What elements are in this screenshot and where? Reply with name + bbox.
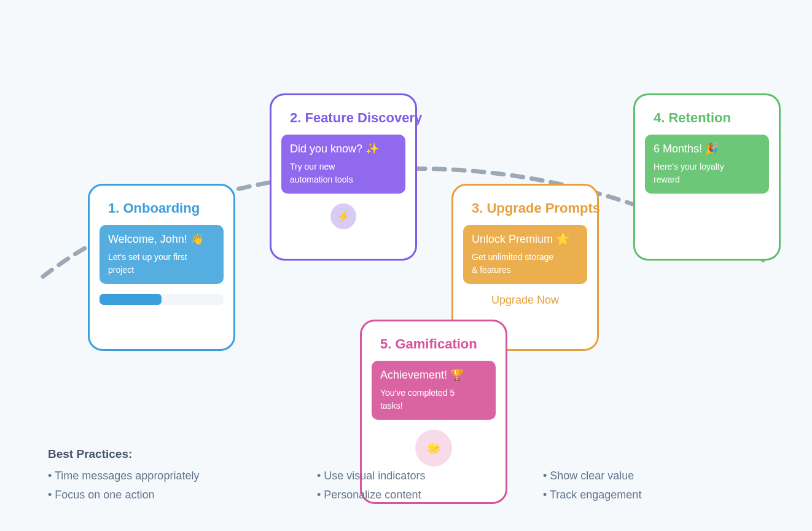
practice-item: • Time messages appropriately bbox=[48, 470, 281, 482]
best-practices-list: • Time messages appropriately • Use visu… bbox=[48, 470, 724, 502]
onboarding-progress-fill bbox=[100, 294, 162, 305]
stage-heading: 1. Onboarding bbox=[108, 200, 224, 216]
notification-title: Unlock Premium ⭐ bbox=[472, 232, 579, 246]
notification-body: Try our new automation tools bbox=[290, 160, 364, 186]
notification-title: Welcome, John! 👋 bbox=[108, 232, 215, 246]
best-practices-heading: Best Practices: bbox=[48, 447, 724, 461]
notification-title: Did you know? ✨ bbox=[290, 142, 397, 155]
stage-heading: 3. Upgrade Prompts bbox=[472, 200, 587, 216]
stage-heading: 4. Retention bbox=[654, 110, 769, 126]
notification-title: 6 Months! 🎉 bbox=[654, 142, 760, 155]
notification-title: Achievement! 🏆 bbox=[380, 368, 487, 382]
stage-heading: 2. Feature Discovery bbox=[290, 110, 405, 126]
stage-card-onboarding: 1. Onboarding Welcome, John! 👋 Let's set… bbox=[88, 184, 235, 351]
best-practices-panel: Best Practices: • Time messages appropri… bbox=[48, 447, 724, 502]
notification-body: Get unlimited storage & features bbox=[472, 251, 558, 277]
notification-feature: Did you know? ✨ Try our new automation t… bbox=[281, 135, 405, 194]
upgrade-cta[interactable]: Upgrade Now bbox=[463, 294, 587, 307]
notification-onboarding: Welcome, John! 👋 Let's set up your first… bbox=[100, 225, 224, 284]
practice-item: • Use visual indicators bbox=[317, 470, 507, 482]
practice-item: • Focus on one action bbox=[48, 489, 281, 502]
stage-card-feature-discovery: 2. Feature Discovery Did you know? ✨ Try… bbox=[270, 93, 417, 261]
stage-card-retention: 4. Retention 6 Months! 🎉 Here's your loy… bbox=[633, 93, 781, 261]
notification-gamification: Achievement! 🏆 You've completed 5 tasks! bbox=[372, 361, 496, 420]
notification-body: Let's set up your first project bbox=[108, 251, 194, 277]
practice-item: • Personalize content bbox=[317, 489, 507, 502]
lightning-icon: ⚡ bbox=[330, 203, 356, 229]
notification-body: Here's your loyalty reward bbox=[654, 160, 733, 186]
practice-item: • Show clear value bbox=[543, 470, 724, 482]
stage-heading: 5. Gamification bbox=[380, 336, 496, 352]
notification-body: You've completed 5 tasks! bbox=[380, 387, 466, 412]
notification-retention: 6 Months! 🎉 Here's your loyalty reward bbox=[645, 135, 769, 194]
onboarding-progress bbox=[100, 294, 224, 305]
practice-item: • Track engagement bbox=[543, 489, 724, 502]
notification-upgrade: Unlock Premium ⭐ Get unlimited storage &… bbox=[463, 225, 587, 284]
